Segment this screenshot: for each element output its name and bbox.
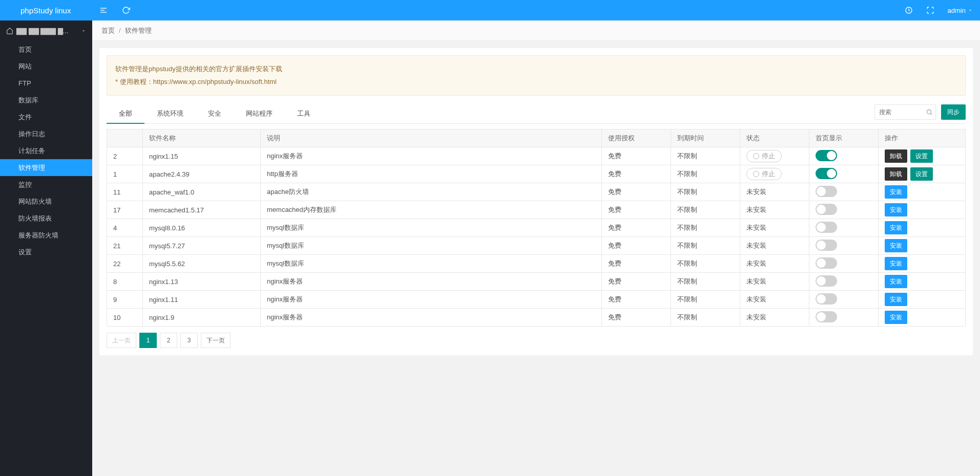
cell-status: 未安装 — [740, 273, 809, 291]
sidebar-host[interactable]: ▇▇ ▇▇ ▇▇▇ ▇... — [0, 20, 92, 41]
cell-status: 停止 — [740, 147, 809, 165]
menu-toggle-icon[interactable] — [99, 6, 108, 14]
col-name: 软件名称 — [143, 129, 261, 147]
cell-status: 未安装 — [740, 201, 809, 219]
cell-id: 10 — [107, 309, 143, 327]
sidebar-item[interactable]: 网站防火墙 — [0, 193, 92, 210]
cell-id: 2 — [107, 147, 143, 165]
display-switch[interactable] — [816, 311, 837, 322]
col-expire: 到期时间 — [671, 129, 740, 147]
uninstall-button[interactable]: 卸载 — [885, 167, 907, 181]
install-button[interactable]: 安装 — [885, 293, 907, 306]
fullscreen-icon[interactable] — [926, 6, 934, 14]
cell-action: 安装 — [879, 201, 966, 219]
stop-button[interactable]: 停止 — [746, 168, 782, 180]
cell-name: mysql5.7.27 — [143, 237, 261, 255]
install-button[interactable]: 安装 — [885, 311, 907, 324]
settings-button[interactable]: 设置 — [910, 149, 933, 163]
tab[interactable]: 全部 — [107, 104, 144, 123]
refresh-icon[interactable] — [122, 6, 130, 14]
col-desc: 说明 — [261, 129, 602, 147]
display-switch[interactable] — [816, 257, 837, 269]
cell-id: 4 — [107, 219, 143, 237]
install-button[interactable]: 安装 — [885, 185, 907, 199]
uninstall-button[interactable]: 卸载 — [885, 149, 907, 163]
install-button[interactable]: 安装 — [885, 275, 907, 288]
install-button[interactable]: 安装 — [885, 221, 907, 234]
tab[interactable]: 工具 — [285, 104, 323, 123]
cell-expire: 不限制 — [671, 273, 740, 291]
cell-display — [809, 147, 879, 165]
display-switch[interactable] — [816, 240, 837, 251]
sidebar-item[interactable]: 文件 — [0, 109, 92, 125]
cell-expire: 不限制 — [671, 183, 740, 201]
sidebar-item[interactable]: 监控 — [0, 176, 92, 193]
sidebar-item[interactable]: 计划任务 — [0, 142, 92, 159]
tab[interactable]: 网站程序 — [234, 104, 285, 123]
sidebar-item[interactable]: 服务器防火墙 — [0, 227, 92, 244]
install-button[interactable]: 安装 — [885, 239, 907, 252]
search-icon[interactable] — [926, 109, 933, 116]
breadcrumb-sep: / — [119, 27, 121, 34]
page-prev[interactable]: 上一页 — [107, 333, 136, 348]
cell-action: 安装 — [879, 237, 966, 255]
display-switch[interactable] — [816, 168, 837, 179]
page-number[interactable]: 3 — [180, 333, 198, 348]
cell-auth: 免费 — [602, 237, 671, 255]
dashboard-icon[interactable] — [905, 6, 913, 14]
cell-auth: 免费 — [602, 255, 671, 273]
stop-button[interactable]: 停止 — [746, 150, 782, 162]
tab[interactable]: 系统环境 — [144, 104, 196, 123]
sidebar-item[interactable]: 数据库 — [0, 92, 92, 109]
host-label: ▇▇ ▇▇ ▇▇▇ ▇... — [16, 27, 69, 35]
sidebar-item[interactable]: 软件管理 — [0, 159, 92, 176]
page-number[interactable]: 2 — [160, 333, 177, 348]
page-number[interactable]: 1 — [139, 333, 157, 348]
settings-button[interactable]: 设置 — [910, 167, 933, 181]
cell-action: 安装 — [879, 183, 966, 201]
sidebar-item[interactable]: FTP — [0, 75, 92, 92]
sidebar-item[interactable]: 防火墙报表 — [0, 210, 92, 227]
display-switch[interactable] — [816, 150, 837, 161]
chevron-down-icon — [968, 8, 973, 13]
cell-auth: 免费 — [602, 201, 671, 219]
breadcrumb-current: 软件管理 — [125, 26, 152, 35]
svg-point-4 — [927, 110, 931, 114]
breadcrumb-home[interactable]: 首页 — [101, 26, 115, 35]
tutorial-link[interactable]: https://www.xp.cn/phpstudy-linux/soft.ht… — [153, 78, 277, 85]
col-auth: 使用授权 — [602, 129, 671, 147]
sync-button[interactable]: 同步 — [941, 104, 966, 120]
display-switch[interactable] — [816, 186, 837, 197]
cell-expire: 不限制 — [671, 147, 740, 165]
cell-name: nginx1.15 — [143, 147, 261, 165]
cell-expire: 不限制 — [671, 255, 740, 273]
user-menu[interactable]: admin — [948, 7, 973, 14]
cell-id: 1 — [107, 165, 143, 183]
cell-auth: 免费 — [602, 165, 671, 183]
cell-name: memcached1.5.17 — [143, 201, 261, 219]
display-switch[interactable] — [816, 204, 837, 215]
cell-name: apache2.4.39 — [143, 165, 261, 183]
install-button[interactable]: 安装 — [885, 257, 907, 270]
cell-expire: 不限制 — [671, 291, 740, 309]
cell-expire: 不限制 — [671, 201, 740, 219]
sidebar-item[interactable]: 首页 — [0, 41, 92, 58]
display-switch[interactable] — [816, 275, 837, 287]
notice-prefix: * 使用教程： — [115, 78, 153, 85]
sidebar-item[interactable]: 操作日志 — [0, 125, 92, 142]
col-status: 状态 — [740, 129, 809, 147]
cell-display — [809, 165, 879, 183]
install-button[interactable]: 安装 — [885, 203, 907, 217]
cell-display — [809, 237, 879, 255]
cell-status: 未安装 — [740, 183, 809, 201]
tab[interactable]: 安全 — [196, 104, 234, 123]
sidebar-item[interactable]: 网站 — [0, 58, 92, 75]
page-next[interactable]: 下一页 — [201, 333, 231, 348]
cell-id: 21 — [107, 237, 143, 255]
cell-desc: mysql数据库 — [261, 219, 602, 237]
display-switch[interactable] — [816, 222, 837, 233]
display-switch[interactable] — [816, 293, 837, 305]
table-row: 1apache2.4.39http服务器免费不限制停止卸载设置 — [107, 165, 966, 183]
sidebar-item[interactable]: 设置 — [0, 244, 92, 261]
cell-auth: 免费 — [602, 219, 671, 237]
